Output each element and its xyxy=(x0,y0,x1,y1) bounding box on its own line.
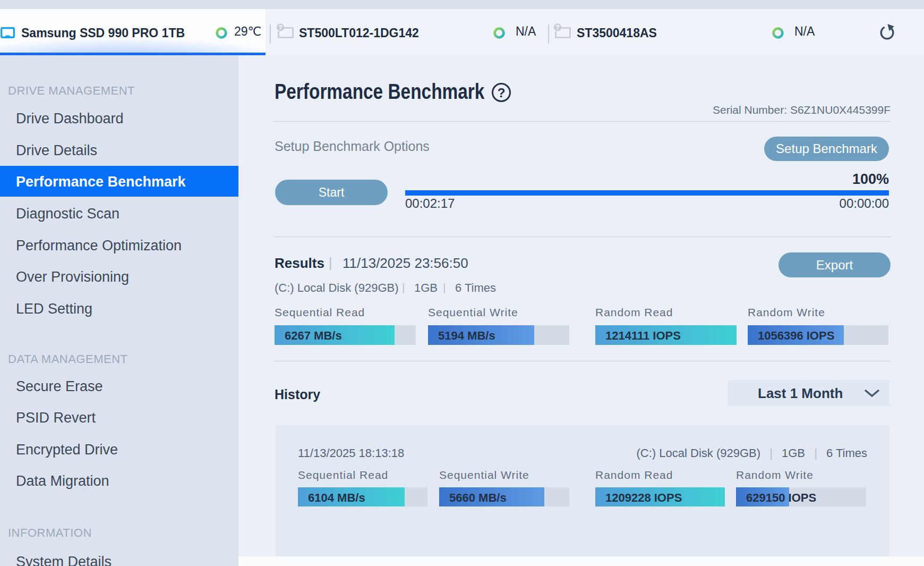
svg-text:?: ? xyxy=(278,24,282,31)
svg-text:?: ? xyxy=(498,86,506,100)
svg-text:?: ? xyxy=(555,24,559,31)
